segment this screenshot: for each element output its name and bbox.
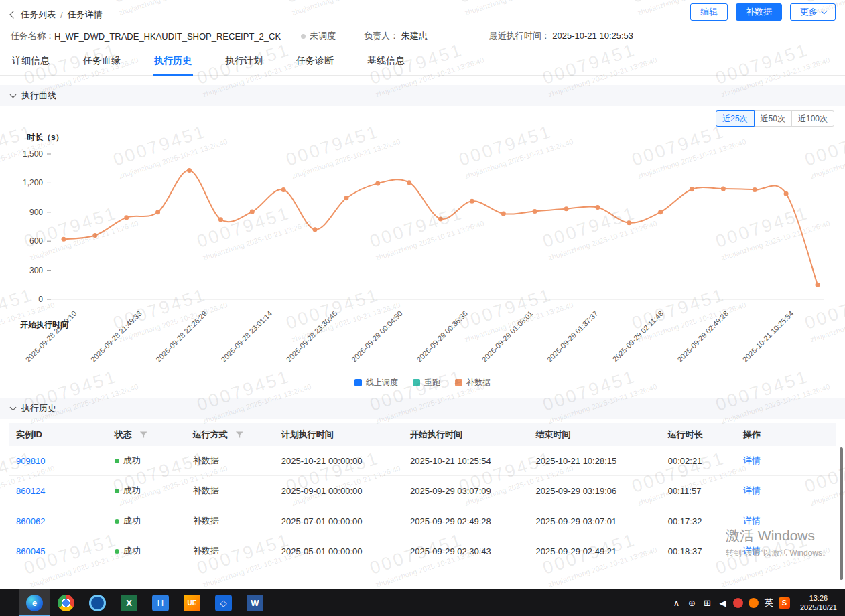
sogou-ime-icon[interactable]: S <box>777 589 792 616</box>
blue-app-glyph: ◇ <box>215 595 232 611</box>
tab-diagnosis[interactable]: 任务诊断 <box>295 49 335 75</box>
tab-lineage[interactable]: 任务血缘 <box>82 49 122 75</box>
data-point[interactable] <box>344 196 348 200</box>
detail-link[interactable]: 详情 <box>743 485 761 497</box>
detail-link[interactable]: 详情 <box>743 455 761 467</box>
tab-history[interactable]: 执行历史 <box>153 49 193 75</box>
collapse-chevron-icon[interactable] <box>10 404 17 410</box>
x-tick-label: 2025-09-28 22:26:29 <box>154 309 208 364</box>
data-point[interactable] <box>501 212 506 216</box>
cell-plan-time: 2025-10-21 00:00:00 <box>275 456 403 466</box>
data-point[interactable] <box>155 210 160 214</box>
browser-taskbar-icon[interactable] <box>82 589 113 616</box>
status-text: 成功 <box>123 455 141 467</box>
data-point[interactable] <box>375 181 380 186</box>
data-point[interactable] <box>438 216 443 221</box>
x-tick-label: 2025-09-28 21:49:33 <box>89 309 143 364</box>
data-point[interactable] <box>281 187 286 192</box>
data-point[interactable] <box>407 180 411 185</box>
backfill-button[interactable]: 补数据 <box>736 3 782 21</box>
instance-id-link[interactable]: 860045 <box>16 546 45 556</box>
tab-baseline[interactable]: 基线信息 <box>366 49 406 75</box>
column-header-action: 操作 <box>736 429 836 441</box>
header-actions: 编辑 补数据 更多 <box>690 3 836 21</box>
task-name: H_WF_DWD_TRADE_HKAUDIT_SHOP_RECEIPT_2_CK <box>54 31 281 42</box>
data-point[interactable] <box>470 199 474 204</box>
success-dot-icon <box>115 489 119 493</box>
data-point[interactable] <box>690 187 694 191</box>
word-taskbar-icon[interactable]: W <box>239 589 271 616</box>
instance-id-link[interactable]: 860124 <box>16 486 45 496</box>
tab-details[interactable]: 详细信息 <box>11 49 51 75</box>
y-axis-title: 时长（s） <box>27 133 64 142</box>
volume-icon[interactable]: ◀ <box>715 589 730 616</box>
orange-app-tray-icon[interactable] <box>746 589 761 616</box>
data-point[interactable] <box>564 206 569 211</box>
data-point[interactable] <box>92 233 97 238</box>
y-tick-label: 900 <box>29 208 43 217</box>
x-tick-label: 2025-09-29 02:49:28 <box>675 309 730 364</box>
range-50-button[interactable]: 近50次 <box>754 110 792 127</box>
hidden-icons-chevron[interactable]: ∧ <box>669 589 684 616</box>
legend-item-rerun[interactable]: 重跑 <box>413 377 440 388</box>
column-header-label: 结束时间 <box>536 429 571 441</box>
y-tick-label: 600 <box>29 236 43 246</box>
data-point[interactable] <box>533 209 537 214</box>
instance-id-link[interactable]: 909810 <box>16 456 45 466</box>
explorer-app-taskbar-icon[interactable]: H <box>145 589 176 616</box>
data-point[interactable] <box>187 168 192 173</box>
success-dot-icon <box>115 459 119 463</box>
data-point[interactable] <box>218 217 223 222</box>
cell-start-time: 2025-10-21 10:25:54 <box>403 456 529 466</box>
filter-icon[interactable] <box>236 431 243 439</box>
screen: 任务列表 / 任务详情 编辑 补数据 更多 任务名称： H_WF_DWD_TRA… <box>0 0 845 616</box>
data-point[interactable] <box>250 210 255 214</box>
status-text: 成功 <box>123 545 141 557</box>
edit-button[interactable]: 编辑 <box>690 3 728 21</box>
schedule-status-text: 未调度 <box>310 30 336 42</box>
back-icon[interactable] <box>9 11 17 18</box>
data-point[interactable] <box>595 205 600 210</box>
cell-instance-id: 860062 <box>9 516 108 526</box>
data-point[interactable] <box>784 191 789 196</box>
detail-link[interactable]: 详情 <box>743 515 761 527</box>
editor-taskbar-icon[interactable]: UE <box>176 589 208 616</box>
legend-item-online[interactable]: 线上调度 <box>354 377 398 388</box>
collapse-chevron-icon[interactable] <box>10 91 17 98</box>
breadcrumb-task-list[interactable]: 任务列表 <box>21 9 56 21</box>
data-point[interactable] <box>721 187 726 191</box>
task-info-bar: 任务名称： H_WF_DWD_TRADE_HKAUDIT_SHOP_RECEIP… <box>0 27 845 45</box>
range-25-button[interactable]: 近25次 <box>716 110 754 127</box>
taskbar-clock[interactable]: 13:26 2025/10/21 <box>795 589 845 616</box>
cell-end-time: 2025-10-21 10:28:15 <box>529 456 661 466</box>
table-scrollbar[interactable] <box>840 447 843 580</box>
clock-date: 2025/10/21 <box>800 603 837 612</box>
network-icon[interactable]: ⊕ <box>684 589 700 616</box>
orange-app-tray-icon-glyph <box>749 598 759 608</box>
data-point[interactable] <box>816 283 820 287</box>
filter-icon[interactable] <box>140 431 147 439</box>
excel-taskbar-icon[interactable]: X <box>113 589 145 616</box>
more-button[interactable]: 更多 <box>790 3 836 21</box>
cell-action: 详情 <box>736 485 836 497</box>
legend-item-backfill[interactable]: 补数据 <box>455 377 491 388</box>
data-point[interactable] <box>627 220 631 225</box>
data-point[interactable] <box>658 210 663 214</box>
tab-plan[interactable]: 执行计划 <box>224 49 264 75</box>
data-point[interactable] <box>313 227 318 232</box>
blue-app-taskbar-icon[interactable]: ◇ <box>208 589 239 616</box>
legend-label: 重跑 <box>424 377 440 388</box>
edge-taskbar-icon[interactable]: e <box>19 589 50 616</box>
tablet-mode-icon[interactable]: ⊞ <box>700 589 715 616</box>
data-point[interactable] <box>62 237 66 242</box>
chrome-taskbar-icon[interactable] <box>50 589 82 616</box>
red-app-tray-icon[interactable] <box>730 589 746 616</box>
data-point[interactable] <box>753 187 757 192</box>
legend-swatch-icon <box>413 379 420 386</box>
range-100-button[interactable]: 近100次 <box>791 110 834 127</box>
instance-id-link[interactable]: 860062 <box>16 516 45 526</box>
curve-chart: 时长（s）03006009001,2001,5002025-09-28 21:2… <box>0 129 838 374</box>
data-point[interactable] <box>124 215 129 220</box>
ime-language-indicator[interactable]: 英 <box>761 589 777 616</box>
task-detail-page: 任务列表 / 任务详情 编辑 补数据 更多 任务名称： H_WF_DWD_TRA… <box>0 0 845 589</box>
